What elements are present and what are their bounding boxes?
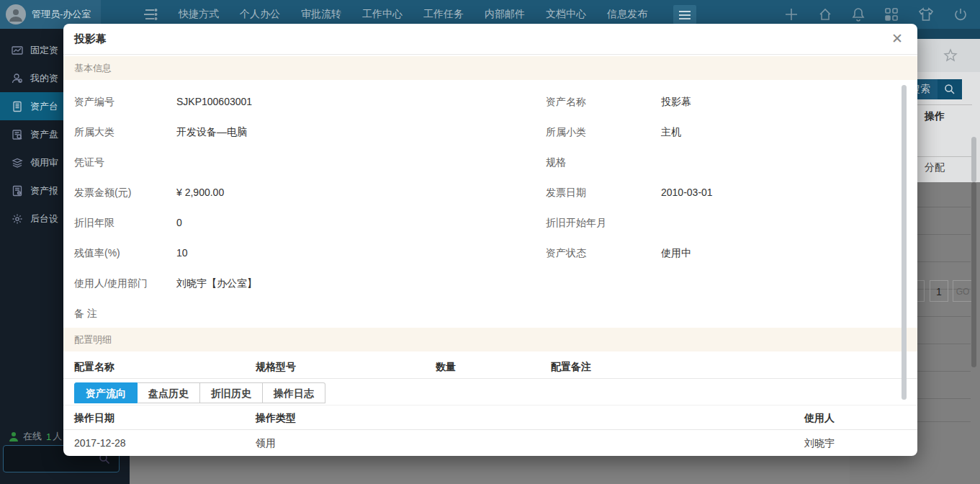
field-label: 凭证号 <box>74 147 175 177</box>
menu-approval-flow[interactable]: 审批流转 <box>301 8 341 21</box>
online-suffix: 人 <box>53 430 62 443</box>
menu-document-center[interactable]: 文档中心 <box>546 8 586 21</box>
user-icon <box>12 73 23 84</box>
menu-work-tasks[interactable]: 工作任务 <box>423 8 464 21</box>
field-label: 资产编号 <box>74 86 175 117</box>
config-table-header: 配置名称 规格型号 数量 配置备注 <box>63 355 917 379</box>
field-value: ¥ 2,900.00 <box>176 177 224 207</box>
avatar <box>6 4 26 24</box>
hamburger-icon <box>678 10 691 20</box>
field-value: 10 <box>176 238 188 268</box>
report-icon <box>12 185 23 197</box>
modal-title: 投影幕 <box>74 24 107 54</box>
page-number-input[interactable]: 1 <box>930 280 948 302</box>
online-person-icon <box>9 431 19 442</box>
tab-asset-flow[interactable]: 资产流向 <box>74 382 138 403</box>
sidebar-item-label: 资产报 <box>30 184 58 197</box>
modal-header-divider <box>63 54 917 55</box>
online-label: 在线 <box>23 430 42 443</box>
field-label: 折旧开始年月 <box>546 207 660 238</box>
ledger-icon <box>12 101 23 112</box>
column-header: 操作类型 <box>256 405 296 431</box>
table-row: 2017-12-28 领用 刘晓宇 <box>63 431 917 456</box>
sidebar-item-label: 资产台 <box>30 100 58 113</box>
menu-list-icon[interactable] <box>141 7 158 24</box>
home-icon[interactable] <box>818 7 832 22</box>
menu-personal-office[interactable]: 个人办公 <box>240 8 280 21</box>
tab-inventory-history[interactable]: 盘点历史 <box>138 382 200 403</box>
field-value: 0 <box>176 207 182 238</box>
more-menu-button[interactable] <box>673 5 696 24</box>
layers-icon <box>12 157 23 169</box>
field-label: 发票日期 <box>546 177 660 207</box>
field-label: 所属大类 <box>74 117 175 147</box>
field-label: 备 注 <box>74 298 175 328</box>
menu-work-center[interactable]: 工作中心 <box>362 8 403 21</box>
online-count: 1 <box>46 431 51 442</box>
field-row: 发票金额(元) ¥ 2,900.00 发票日期 2010-03-01 <box>63 177 917 207</box>
tab-operation-log[interactable]: 操作日志 <box>263 382 325 403</box>
field-label: 发票金额(元) <box>74 177 175 207</box>
gear-icon <box>12 213 23 225</box>
sidebar-item-label: 我的资 <box>30 72 58 85</box>
field-value: 使用中 <box>661 238 691 268</box>
theme-shirt-icon[interactable] <box>918 7 934 22</box>
chart-icon <box>12 45 23 56</box>
field-value: 2010-03-01 <box>661 177 713 207</box>
field-row: 折旧年限 0 折旧开始年月 <box>63 207 917 238</box>
column-header: 规格型号 <box>256 355 296 379</box>
field-row: 凭证号 规格 <box>63 147 917 177</box>
field-row: 所属大类 开发设备—电脑 所属小类 主机 <box>63 117 917 147</box>
field-value: 刘晓宇【办公室】 <box>176 268 257 298</box>
field-row: 残值率(%) 10 资产状态 使用中 <box>63 238 917 268</box>
background-scrollbar-thumb[interactable] <box>971 182 976 367</box>
field-label: 资产名称 <box>546 86 660 117</box>
pagination-go-button[interactable]: GO <box>953 280 973 302</box>
field-value: SJKP100603001 <box>176 86 252 117</box>
favorite-star-icon[interactable] <box>943 48 958 63</box>
apps-grid-icon[interactable] <box>884 7 899 22</box>
cell-operation-date: 2017-12-28 <box>74 431 126 456</box>
field-row: 备 注 <box>63 298 917 328</box>
background-scrollbar-thumb[interactable] <box>971 137 976 182</box>
column-header: 配置名称 <box>74 355 114 379</box>
field-value: 投影幕 <box>661 86 691 117</box>
section-config-detail: 配置明细 <box>63 328 917 351</box>
field-label: 规格 <box>546 147 660 177</box>
search-magnifier-icon <box>938 79 962 99</box>
modal-scrollbar-thumb[interactable] <box>902 85 907 400</box>
flow-table-header: 操作日期 操作类型 使用人 <box>63 405 917 430</box>
menu-info-publish[interactable]: 信息发布 <box>607 8 647 21</box>
current-user-label: 管理员-办公室 <box>32 8 91 21</box>
column-header: 数量 <box>436 355 456 379</box>
field-label: 残值率(%) <box>74 238 175 268</box>
power-icon[interactable] <box>953 7 968 22</box>
menu-internal-mail[interactable]: 内部邮件 <box>485 8 525 21</box>
add-icon[interactable] <box>784 7 799 22</box>
online-status: 在线 1 人 <box>9 430 62 443</box>
field-row: 使用人/使用部门 刘晓宇【办公室】 <box>63 268 917 298</box>
sidebar-item-label: 固定资 <box>30 44 58 57</box>
field-label: 资产状态 <box>546 238 660 268</box>
field-label: 所属小类 <box>546 117 660 147</box>
column-header: 使用人 <box>804 405 835 431</box>
sidebar-item-label: 资产盘 <box>30 128 58 141</box>
close-icon[interactable]: ✕ <box>891 31 903 47</box>
tab-depreciation-history[interactable]: 折旧历史 <box>200 382 263 403</box>
sidebar-item-label: 后台设 <box>30 212 58 225</box>
bell-icon[interactable] <box>852 7 865 22</box>
column-header: 操作日期 <box>74 405 114 431</box>
cell-operation-type: 领用 <box>256 431 276 456</box>
field-row: 资产编号 SJKP100603001 资产名称 投影幕 <box>63 86 917 117</box>
background-assign-link[interactable]: 分配 <box>925 154 945 180</box>
cell-user: 刘晓宇 <box>804 431 835 456</box>
field-label: 折旧年限 <box>74 207 175 238</box>
background-ops-column-header: 操作 <box>925 104 945 127</box>
asset-detail-modal: 投影幕 ✕ 基本信息 资产编号 SJKP100603001 资产名称 投影幕 所… <box>63 24 917 456</box>
detail-tabs: 资产流向 盘点历史 折旧历史 操作日志 <box>74 382 325 403</box>
sidebar-item-label: 领用审 <box>30 156 58 169</box>
menu-shortcuts[interactable]: 快捷方式 <box>179 8 219 21</box>
field-value: 开发设备—电脑 <box>176 117 247 147</box>
column-header: 配置备注 <box>551 355 591 379</box>
field-value: 主机 <box>661 117 681 147</box>
